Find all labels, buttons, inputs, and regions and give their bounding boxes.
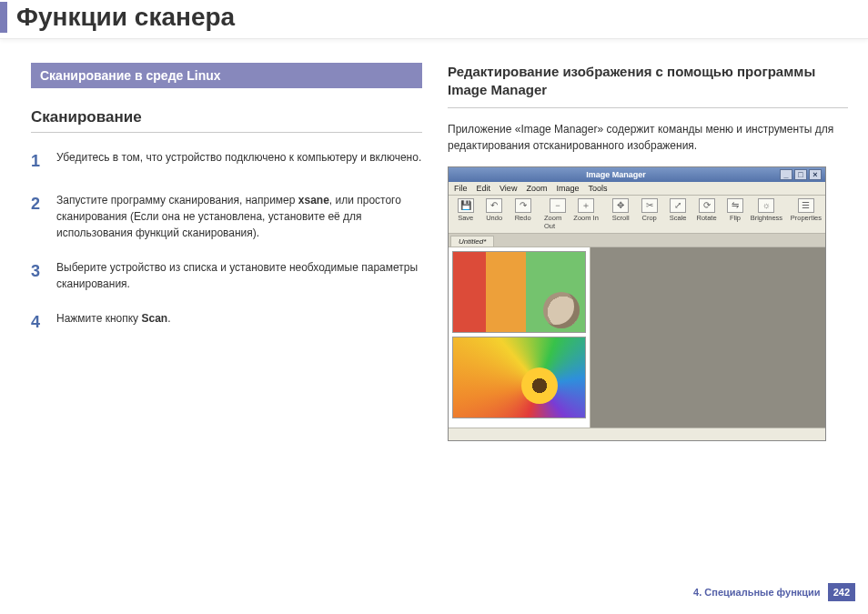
step-text-bold: Scan (141, 312, 167, 325)
step-number: 4 (31, 310, 44, 335)
menu-tools[interactable]: Tools (588, 184, 607, 193)
step-item: 3 Выберите устройство из списка и устано… (31, 259, 422, 292)
right-column: Редактирование изображения с помощью про… (448, 63, 848, 441)
redo-icon: ↷ (515, 198, 531, 213)
step-item: 4 Нажмите кнопку Scan. (31, 310, 422, 335)
step-text: Запустите программу сканирования, наприм… (56, 192, 422, 241)
menu-view[interactable]: View (500, 184, 517, 193)
tool-rotate[interactable]: ⟳Rotate (693, 198, 720, 230)
close-button[interactable]: × (809, 169, 822, 180)
step-number: 3 (31, 259, 44, 292)
tool-label: Undo (486, 214, 502, 222)
tool-scroll[interactable]: ✥Scroll (608, 198, 634, 230)
menubar: File Edit View Zoom Image Tools (449, 182, 825, 196)
image-manager-window: Image Manager _ □ × File Edit View Zoom … (448, 166, 826, 441)
tool-zoom-out[interactable]: －Zoom Out (544, 198, 570, 230)
step-text-pre: Выберите устройство из списка и установи… (56, 261, 418, 290)
crop-icon: ✂ (641, 198, 658, 213)
tool-brightness[interactable]: ☼Brightness (751, 198, 782, 230)
scale-icon: ⤢ (670, 198, 686, 213)
tool-undo[interactable]: ↶Undo (480, 198, 507, 230)
step-text: Нажмите кнопку Scan. (56, 310, 171, 335)
tool-label: Redo (515, 214, 531, 222)
step-text: Убедитесь в том, что устройство подключе… (56, 149, 421, 174)
toolbar: 💾Save ↶Undo ↷Redo －Zoom Out ＋Zoom In ✥Sc… (449, 196, 825, 234)
page-title: Функции сканера (16, 3, 235, 32)
properties-icon: ☰ (798, 198, 814, 213)
tool-label: Zoom In (573, 214, 599, 222)
menu-file[interactable]: File (454, 184, 468, 193)
zoom-in-icon: ＋ (578, 198, 594, 213)
tool-properties[interactable]: ☰Properties (791, 198, 822, 230)
footer-chapter: 4. Специальные функции (693, 587, 821, 598)
steps-list: 1 Убедитесь в том, что устройство подклю… (31, 149, 422, 335)
window-buttons: _ □ × (780, 169, 822, 180)
maximize-button[interactable]: □ (794, 169, 807, 180)
step-text-pre: Убедитесь в том, что устройство подключе… (56, 151, 421, 164)
brightness-icon: ☼ (758, 198, 774, 213)
page-number-badge: 242 (828, 583, 855, 601)
step-text-pre: Нажмите кнопку (56, 312, 141, 325)
title-accent-block (0, 2, 7, 33)
thumbnail-flowers[interactable] (452, 251, 586, 333)
tool-label: Brightness (751, 214, 782, 222)
section-banner: Сканирование в среде Linux (31, 63, 422, 88)
left-column: Сканирование в среде Linux Сканирование … (31, 63, 422, 441)
content-area: Сканирование в среде Linux Сканирование … (0, 39, 868, 441)
left-subhead: Сканирование (31, 108, 422, 133)
step-text-pre: Запустите программу сканирования, наприм… (56, 194, 298, 206)
tool-label: Zoom Out (544, 214, 570, 230)
menu-image[interactable]: Image (556, 184, 579, 193)
tool-label: Rotate (696, 214, 716, 222)
step-item: 1 Убедитесь в том, что устройство подклю… (31, 149, 422, 174)
zoom-out-icon: － (550, 198, 566, 213)
tool-label: Scroll (612, 214, 630, 222)
title-bar: Функции сканера (0, 0, 868, 39)
right-intro: Приложение «Image Manager» содержит кома… (448, 121, 848, 154)
minimize-button[interactable]: _ (780, 169, 792, 180)
step-number: 2 (31, 192, 44, 241)
step-text: Выберите устройство из списка и установи… (56, 259, 422, 292)
tool-label: Flip (730, 214, 741, 222)
page-footer: 4. Специальные функции 242 (693, 583, 855, 601)
tab-strip: Untitled* (449, 234, 825, 247)
right-heading: Редактирование изображения с помощью про… (448, 63, 848, 108)
undo-icon: ↶ (486, 198, 502, 213)
tool-label: Save (458, 214, 473, 222)
step-text-post: . (167, 312, 170, 325)
work-area (449, 247, 825, 428)
window-title: Image Manager (452, 170, 780, 179)
tool-flip[interactable]: ⇋Flip (722, 198, 748, 230)
tool-scale[interactable]: ⤢Scale (664, 198, 691, 230)
tool-label: Scale (670, 214, 687, 222)
tool-label: Properties (791, 214, 822, 222)
window-titlebar: Image Manager _ □ × (449, 167, 825, 182)
menu-edit[interactable]: Edit (477, 184, 491, 193)
tool-label: Crop (642, 214, 657, 222)
statusbar (449, 428, 825, 440)
step-text-bold: xsane (298, 194, 329, 206)
thumbnail-rainbow-flower[interactable] (452, 337, 586, 418)
scroll-icon: ✥ (612, 198, 629, 213)
canvas-pane (590, 247, 825, 428)
tool-save[interactable]: 💾Save (452, 198, 479, 230)
tool-redo[interactable]: ↷Redo (510, 198, 536, 230)
flip-icon: ⇋ (727, 198, 743, 213)
menu-zoom[interactable]: Zoom (526, 184, 547, 193)
save-icon: 💾 (458, 198, 474, 213)
tool-crop[interactable]: ✂Crop (636, 198, 662, 230)
thumbnail-pane (449, 247, 590, 428)
rotate-icon: ⟳ (699, 198, 715, 213)
document-tab[interactable]: Untitled* (450, 236, 494, 247)
tool-zoom-in[interactable]: ＋Zoom In (572, 198, 599, 230)
step-item: 2 Запустите программу сканирования, напр… (31, 192, 422, 241)
step-number: 1 (31, 149, 44, 174)
